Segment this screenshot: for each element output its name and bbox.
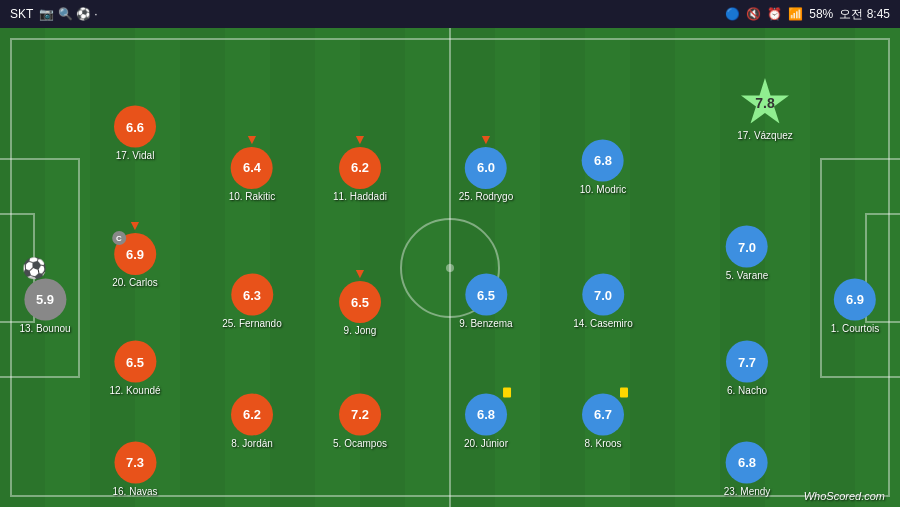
- player-score: 7.3: [126, 455, 144, 470]
- player-score: 6.2: [243, 407, 261, 422]
- player-name: 16. Navas: [112, 485, 157, 496]
- yellow-card: [503, 387, 511, 397]
- player-rodrygo: ▼ 6.0 25. Rodrygo: [459, 132, 513, 202]
- player-score: 7.0: [594, 287, 612, 302]
- player-bubble: 6.8: [582, 139, 624, 181]
- player-name: 10. Modric: [580, 183, 627, 194]
- yellow-card: [620, 387, 628, 397]
- player-haddadi: ▼ 6.2 11. Haddadi: [333, 132, 387, 202]
- player-name: 20. Carlos: [112, 277, 158, 288]
- star-shape: 7.8: [740, 78, 790, 128]
- player-score: 6.9: [126, 247, 144, 262]
- player-score: 6.8: [738, 455, 756, 470]
- player-bubble: 6.2: [231, 393, 273, 435]
- player-bubble: 6.7: [582, 393, 624, 435]
- player-name: 10. Rakitic: [229, 191, 276, 202]
- player-bubble: 5.9: [24, 278, 66, 320]
- player-bubble: 6.6: [114, 106, 156, 148]
- player-courtois: 6.9 1. Courtois: [831, 278, 879, 333]
- player-bubble: 6.5: [114, 341, 156, 383]
- player-bubble: 6.5: [339, 281, 381, 323]
- player-kroos: 6.7 8. Kroos: [582, 393, 624, 448]
- player-score: 6.8: [477, 407, 495, 422]
- player-score: 6.8: [594, 153, 612, 168]
- status-right: 🔵 🔇 ⏰ 📶 58% 오전 8:45: [725, 6, 890, 23]
- player-name: 25. Rodrygo: [459, 191, 513, 202]
- sub-out-arrow: ▼: [353, 266, 367, 280]
- player-jong: ▼ 6.5 9. Jong: [339, 266, 381, 336]
- player-varane: 7.0 5. Varane: [726, 226, 769, 281]
- player-name: 1. Courtois: [831, 322, 879, 333]
- player-name: 5. Ocampos: [333, 437, 387, 448]
- player-kounde: 6.5 12. Koundé: [109, 341, 160, 396]
- player-name: 9. Benzema: [459, 318, 512, 329]
- volume-icon: 🔇: [746, 7, 761, 21]
- player-score: 6.6: [126, 119, 144, 134]
- player-bubble: 6.9: [834, 278, 876, 320]
- player-carlos: ▼ C 6.9 20. Carlos: [112, 218, 158, 288]
- player-bubble: 7.0: [726, 226, 768, 268]
- player-bubble: 7.3: [114, 441, 156, 483]
- player-rakitic: ▼ 6.4 10. Rakitic: [229, 132, 276, 202]
- player-casemiro: 7.0 14. Casemiro: [573, 274, 632, 329]
- player-score: 5.9: [36, 292, 54, 307]
- player-bubble: 6.2: [339, 147, 381, 189]
- status-left: SKT 📷 🔍 ⚽ ·: [10, 7, 98, 21]
- center-dot: [446, 264, 454, 272]
- player-name: 6. Nacho: [727, 385, 767, 396]
- alarm-icon: ⏰: [767, 7, 782, 21]
- soccer-field: ⚽ 6.6 17. Vidal ▼ C 6.9 20. Carlos 6.5 1…: [0, 28, 900, 507]
- player-bubble: 6.8: [465, 393, 507, 435]
- player-navas: 7.3 16. Navas: [112, 441, 157, 496]
- player-name: 8. Kroos: [584, 437, 621, 448]
- ball-icon: ⚽: [22, 256, 47, 280]
- player-score: 7.7: [738, 354, 756, 369]
- player-name: 11. Haddadi: [333, 191, 387, 202]
- player-jordan: 6.2 8. Jordán: [231, 393, 273, 448]
- player-name: 8. Jordán: [231, 437, 273, 448]
- player-name: 17. Vázquez: [737, 130, 793, 141]
- sub-out-arrow: ▼: [245, 132, 259, 146]
- player-name: 12. Koundé: [109, 385, 160, 396]
- player-score: 6.3: [243, 287, 261, 302]
- player-score: 7.0: [738, 239, 756, 254]
- time-label: 오전 8:45: [839, 6, 890, 23]
- player-bubble: 6.3: [231, 274, 273, 316]
- player-mendy: 6.8 23. Mendy: [724, 441, 771, 496]
- player-score: 6.5: [477, 287, 495, 302]
- player-bubble: 6.8: [726, 441, 768, 483]
- player-name: 13. Bounou: [19, 322, 70, 333]
- bluetooth-icon: 🔵: [725, 7, 740, 21]
- player-score: 6.7: [594, 407, 612, 422]
- player-name: 9. Jong: [344, 325, 377, 336]
- player-modric: 6.8 10. Modric: [580, 139, 627, 194]
- sub-out-arrow: ▼: [128, 218, 142, 232]
- player-vazquez: 7.8 17. Vázquez: [737, 78, 793, 141]
- player-name: 17. Vidal: [116, 150, 155, 161]
- player-name: 23. Mendy: [724, 485, 771, 496]
- wifi-icon: 📶: [788, 7, 803, 21]
- player-junior: 6.8 20. Júnior: [464, 393, 508, 448]
- player-score: 6.5: [126, 354, 144, 369]
- captain-badge: C: [112, 231, 126, 245]
- player-vidal: 6.6 17. Vidal: [114, 106, 156, 161]
- player-bubble: 6.0: [465, 147, 507, 189]
- player-nacho: 7.7 6. Nacho: [726, 341, 768, 396]
- sub-out-arrow: ▼: [479, 132, 493, 146]
- whoscored-watermark: WhoScored.com: [804, 490, 885, 502]
- player-name: 20. Júnior: [464, 437, 508, 448]
- player-name: 5. Varane: [726, 270, 769, 281]
- sub-out-arrow: ▼: [353, 132, 367, 146]
- player-bubble: 7.0: [582, 274, 624, 316]
- player-bubble: 7.2: [339, 393, 381, 435]
- player-bubble: 7.7: [726, 341, 768, 383]
- battery-label: 58%: [809, 7, 833, 21]
- player-ocampos: 7.2 5. Ocampos: [333, 393, 387, 448]
- player-score: 6.2: [351, 160, 369, 175]
- player-bubble: 6.5: [465, 274, 507, 316]
- player-score: 6.4: [243, 160, 261, 175]
- player-bubble: C 6.9: [114, 233, 156, 275]
- status-icons: 📷 🔍 ⚽ ·: [39, 7, 97, 21]
- player-bounou: 5.9 13. Bounou: [19, 278, 70, 333]
- player-name: 25. Fernando: [222, 318, 282, 329]
